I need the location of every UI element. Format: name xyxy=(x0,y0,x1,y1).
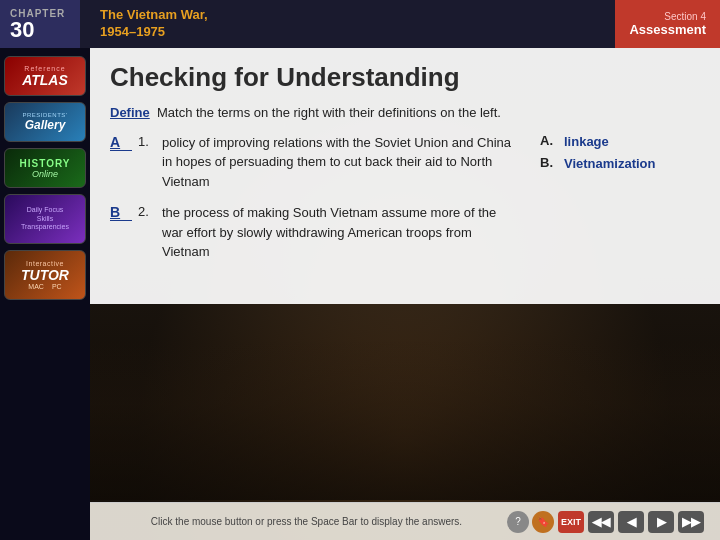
q1-text: policy of improving relations with the S… xyxy=(162,133,520,192)
q2-text: the process of making South Vietnam assu… xyxy=(162,203,520,262)
define-text: Match the terms on the right with their … xyxy=(157,105,501,120)
answer-a: A. linkage xyxy=(540,133,700,151)
question-2: B 2. the process of making South Vietnam… xyxy=(110,203,520,262)
interactive-label: Interactive xyxy=(26,260,64,267)
page-title: Checking for Understanding xyxy=(110,62,700,93)
title-line1: The Vietnam War, xyxy=(100,7,208,22)
atlas-ref-label: Reference xyxy=(24,65,65,72)
back-button[interactable]: ◀ xyxy=(618,511,644,533)
define-intro: Define Match the terms on the right with… xyxy=(110,103,700,123)
q2-letter: B xyxy=(110,204,132,221)
title-line2: 1954–1975 xyxy=(100,24,165,39)
bottom-instructions: Click the mouse button or press the Spac… xyxy=(106,516,507,527)
content-panel: Checking for Understanding Define Match … xyxy=(90,48,720,304)
answer-b: B. Vietnamization xyxy=(540,155,700,173)
exit-button[interactable]: EXIT xyxy=(558,511,584,533)
help-icon[interactable]: ? xyxy=(507,511,529,533)
online-label: Online xyxy=(32,169,58,179)
q1-number: 1. xyxy=(138,134,156,149)
answers-list: A. linkage B. Vietnamization xyxy=(540,133,700,274)
atlas-label: ATLAS xyxy=(22,72,68,88)
next-button[interactable]: ▶▶ xyxy=(678,511,704,533)
content-area: Checking for Understanding Define Match … xyxy=(90,48,720,540)
chapter-number: 30 xyxy=(10,19,70,41)
gallery-label: Gallery xyxy=(25,118,66,132)
header: CHAPTER 30 The Vietnam War, 1954–1975 Se… xyxy=(0,0,720,48)
nav-buttons: ? 🔖 EXIT ◀◀ ◀ ▶ ▶▶ xyxy=(507,511,704,533)
atlas-button[interactable]: Reference ATLAS xyxy=(4,56,86,96)
prev-button[interactable]: ◀◀ xyxy=(588,511,614,533)
header-title: The Vietnam War, 1954–1975 xyxy=(100,7,208,41)
chapter-info: CHAPTER 30 xyxy=(0,0,80,48)
icon-group: ? 🔖 xyxy=(507,511,554,533)
macpc-label: MAC PC xyxy=(28,283,61,290)
main-layout: Reference ATLAS PRESIDENTS' Gallery HIST… xyxy=(0,48,720,540)
tutor-button[interactable]: Interactive TUTOR MAC PC xyxy=(4,250,86,300)
war-scene-bg xyxy=(90,340,720,500)
focus-label1: Daily Focus Skills Transparencies xyxy=(21,206,69,231)
pc-label: PC xyxy=(52,283,62,290)
qa-table: A 1. policy of improving relations with … xyxy=(110,133,700,274)
history-label: HISTORY xyxy=(20,158,71,169)
define-section: Define Match the terms on the right with… xyxy=(110,103,700,274)
answer-a-text: linkage xyxy=(564,133,609,151)
section-assessment: Section 4 Assessment xyxy=(615,0,720,48)
presidents-button[interactable]: PRESIDENTS' Gallery xyxy=(4,102,86,142)
bottom-bar: Click the mouse button or press the Spac… xyxy=(90,502,720,540)
questions-list: A 1. policy of improving relations with … xyxy=(110,133,520,274)
answer-b-text: Vietnamization xyxy=(564,155,656,173)
answer-a-letter: A. xyxy=(540,133,556,148)
sidebar: Reference ATLAS PRESIDENTS' Gallery HIST… xyxy=(0,48,90,540)
assessment-label: Assessment xyxy=(629,22,706,37)
q2-number: 2. xyxy=(138,204,156,219)
forward-button[interactable]: ▶ xyxy=(648,511,674,533)
answer-b-letter: B. xyxy=(540,155,556,170)
q1-letter: A xyxy=(110,134,132,151)
history-button[interactable]: HISTORY Online xyxy=(4,148,86,188)
focus-button[interactable]: Daily Focus Skills Transparencies xyxy=(4,194,86,244)
mac-label: MAC xyxy=(28,283,44,290)
section-label: Section 4 xyxy=(629,11,706,22)
define-bold: Define xyxy=(110,105,150,120)
tutor-label: TUTOR xyxy=(21,267,69,283)
bookmark-icon[interactable]: 🔖 xyxy=(532,511,554,533)
header-title-area: The Vietnam War, 1954–1975 xyxy=(80,0,615,48)
question-1: A 1. policy of improving relations with … xyxy=(110,133,520,192)
